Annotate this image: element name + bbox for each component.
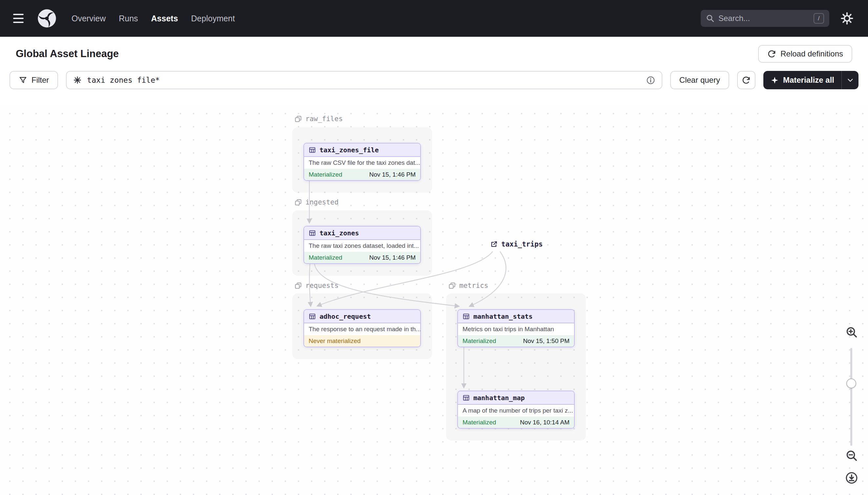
asset-node-header: taxi_zones_file	[304, 143, 420, 157]
asset-name: manhattan_stats	[473, 312, 533, 320]
clear-query-label: Clear query	[679, 75, 720, 85]
table-icon	[309, 147, 316, 154]
nav-item-runs[interactable]: Runs	[119, 14, 138, 23]
materialize-sparkle-icon	[770, 76, 779, 84]
asset-description: The raw taxi zones dataset, loaded int..…	[304, 240, 420, 252]
group-label-raw-files[interactable]: raw_files	[294, 115, 343, 123]
clear-query-button[interactable]: Clear query	[670, 71, 729, 89]
asset-name: manhattan_map	[473, 394, 525, 402]
asset-group-icon	[294, 198, 302, 206]
status-badge: Never materialized	[309, 338, 360, 345]
status-badge: Materialized	[463, 419, 496, 426]
zoom-in-button[interactable]	[844, 324, 860, 340]
external-link-icon	[490, 240, 498, 248]
external-asset-taxi-trips[interactable]: taxi_trips	[490, 240, 543, 248]
search-input[interactable]	[719, 14, 797, 23]
settings-gear-icon[interactable]	[839, 11, 855, 26]
refresh-icon	[767, 50, 776, 58]
export-view-button[interactable]	[844, 470, 860, 486]
reload-definitions-button[interactable]: Reload definitions	[758, 45, 852, 63]
asset-group-icon	[448, 281, 456, 290]
materialize-all-button[interactable]: Materialize all	[763, 71, 858, 89]
asset-name: taxi_zones_file	[320, 146, 379, 154]
op-selector-icon	[73, 76, 82, 84]
table-icon	[463, 394, 470, 402]
asset-group-icon	[294, 281, 302, 290]
status-timestamp: Nov 16, 10:14 AM	[520, 419, 569, 426]
table-icon	[309, 313, 316, 320]
lineage-toolbar: Filter Clear query	[0, 71, 868, 97]
status-timestamp: Nov 15, 1:46 PM	[369, 254, 415, 261]
asset-node-taxi-zones[interactable]: taxi_zones The raw taxi zones dataset, l…	[303, 226, 421, 264]
asset-description: The response to an request made in th...	[304, 323, 420, 335]
filter-button[interactable]: Filter	[10, 71, 58, 89]
external-asset-name: taxi_trips	[501, 240, 543, 248]
dagster-logo-icon[interactable]	[37, 8, 57, 29]
nav-item-overview[interactable]: Overview	[72, 14, 106, 23]
page-title: Global Asset Lineage	[16, 48, 119, 60]
materialize-options-caret[interactable]	[842, 71, 858, 89]
status-badge: Materialized	[463, 338, 496, 345]
materialize-all-label: Materialize all	[783, 75, 834, 85]
group-name: ingested	[305, 198, 339, 206]
asset-description: Metrics on taxi trips in Manhattan	[458, 323, 574, 335]
group-label-requests[interactable]: requests	[294, 281, 339, 290]
status-timestamp: Nov 15, 1:50 PM	[523, 338, 569, 345]
zoom-slider-handle[interactable]	[846, 378, 856, 388]
status-timestamp: Nov 15, 1:46 PM	[369, 171, 415, 178]
asset-status-bar: Materialized Nov 15, 1:46 PM	[304, 169, 420, 180]
group-label-ingested[interactable]: ingested	[294, 198, 339, 206]
group-name: requests	[305, 281, 339, 290]
asset-node-manhattan-stats[interactable]: manhattan_stats Metrics on taxi trips in…	[457, 309, 575, 347]
chevron-down-icon	[847, 76, 854, 84]
asset-status-bar: Materialized Nov 16, 10:14 AM	[458, 416, 574, 428]
filter-funnel-icon	[19, 76, 27, 84]
asset-node-header: manhattan_stats	[458, 310, 574, 323]
nav-items: Overview Runs Assets Deployment	[72, 14, 235, 23]
nav-item-deployment[interactable]: Deployment	[191, 14, 235, 23]
asset-query-input[interactable]	[87, 76, 641, 84]
asset-node-header: manhattan_map	[458, 391, 574, 405]
table-icon	[463, 313, 470, 320]
asset-name: taxi_zones	[320, 229, 359, 237]
asset-node-manhattan-map[interactable]: manhattan_map A map of the number of tri…	[457, 391, 575, 429]
top-nav-bar: Overview Runs Assets Deployment /	[0, 0, 868, 37]
info-icon[interactable]	[646, 76, 655, 85]
filter-label: Filter	[32, 75, 49, 85]
status-badge: Materialized	[309, 254, 342, 261]
asset-name: adhoc_request	[320, 312, 371, 320]
lineage-edges	[0, 105, 868, 495]
refresh-query-button[interactable]	[737, 71, 756, 89]
asset-status-bar: Materialized Nov 15, 1:50 PM	[458, 335, 574, 347]
asset-query-field[interactable]	[66, 71, 662, 89]
zoom-out-icon	[845, 449, 858, 462]
nav-item-assets[interactable]: Assets	[151, 14, 178, 23]
table-icon	[309, 229, 316, 237]
zoom-slider[interactable]	[850, 348, 852, 446]
global-search[interactable]: /	[701, 10, 829, 27]
asset-node-header: adhoc_request	[304, 310, 420, 323]
reload-definitions-label: Reload definitions	[780, 49, 843, 58]
lineage-canvas[interactable]: raw_files ingested requests metrics taxi…	[0, 105, 868, 495]
asset-status-bar: Materialized Nov 15, 1:46 PM	[304, 252, 420, 263]
zoom-in-icon	[845, 326, 858, 338]
search-icon	[706, 14, 714, 23]
asset-description: The raw CSV file for the taxi zones dat.…	[304, 157, 420, 169]
group-label-metrics[interactable]: metrics	[448, 281, 489, 290]
asset-group-icon	[294, 115, 302, 123]
asset-node-taxi-zones-file[interactable]: taxi_zones_file The raw CSV file for the…	[303, 143, 421, 181]
download-circle-icon	[845, 471, 858, 484]
group-name: metrics	[459, 281, 489, 290]
asset-description: A map of the number of trips per taxi z.…	[458, 405, 574, 416]
asset-node-header: taxi_zones	[304, 226, 420, 240]
hamburger-menu-icon[interactable]	[13, 11, 28, 25]
page-header: Global Asset Lineage Reload definitions	[0, 37, 868, 71]
refresh-icon	[742, 76, 750, 85]
search-shortcut-badge: /	[814, 13, 824, 24]
group-name: raw_files	[305, 115, 343, 123]
asset-node-adhoc-request[interactable]: adhoc_request The response to an request…	[303, 309, 421, 347]
status-badge: Materialized	[309, 171, 342, 178]
asset-status-bar: Never materialized	[304, 335, 420, 347]
zoom-out-button[interactable]	[844, 448, 860, 463]
